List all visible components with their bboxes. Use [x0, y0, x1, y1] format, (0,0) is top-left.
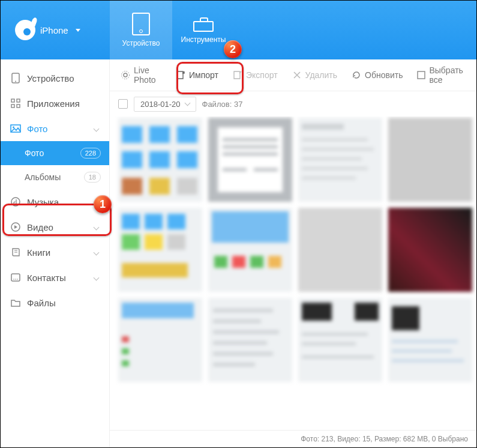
- toolbar: Live Photo Импорт Экспорт: [110, 59, 476, 91]
- sidebar-item-books[interactable]: Книги: [1, 240, 109, 265]
- app-header: iPhone Устройство Инструменты: [1, 1, 476, 59]
- svg-point-17: [122, 71, 130, 79]
- svg-point-8: [11, 198, 20, 206]
- main-content: Live Photo Импорт Экспорт: [110, 59, 476, 447]
- count-badge: 228: [80, 148, 101, 159]
- chevron-down-icon: [94, 274, 100, 280]
- svg-point-15: [17, 279, 18, 280]
- svg-point-14: [15, 279, 16, 280]
- device-label: iPhone: [40, 25, 68, 35]
- app-logo-icon: [15, 20, 35, 40]
- photo-thumbnail[interactable]: [118, 118, 202, 202]
- video-icon: [10, 222, 21, 232]
- delete-button[interactable]: Удалить: [285, 59, 344, 91]
- chevron-down-icon: [94, 249, 100, 255]
- sidebar-item-photos[interactable]: Фото: [1, 116, 109, 141]
- count-badge: 18: [84, 172, 101, 183]
- export-button[interactable]: Экспорт: [226, 59, 285, 91]
- photo-thumbnail[interactable]: [298, 208, 382, 292]
- tab-device-label: Устройство: [122, 39, 160, 47]
- live-photo-icon: [121, 70, 130, 80]
- photo-thumbnail[interactable]: [298, 298, 382, 382]
- import-icon: [176, 70, 185, 80]
- file-count-label: Файлов: 37: [202, 100, 243, 109]
- contacts-icon: [10, 272, 21, 283]
- import-button[interactable]: Импорт: [169, 59, 226, 91]
- book-icon: [10, 247, 21, 258]
- svg-point-16: [124, 73, 127, 77]
- tab-device[interactable]: Устройство: [110, 1, 172, 59]
- chevron-down-icon: [94, 224, 100, 230]
- select-all-button[interactable]: Выбрать все: [410, 59, 473, 91]
- sidebar-item-video[interactable]: Видео: [1, 214, 109, 240]
- photo-thumbnail[interactable]: [208, 208, 292, 292]
- svg-rect-12: [11, 274, 20, 281]
- photo-thumbnail[interactable]: [388, 118, 472, 202]
- chevron-down-icon: [184, 100, 190, 106]
- chevron-down-icon: [94, 126, 100, 132]
- sidebar-item-music[interactable]: Музыка: [1, 189, 109, 214]
- svg-rect-20: [418, 71, 425, 79]
- music-icon: [10, 196, 21, 207]
- sidebar-subitem-albums[interactable]: Альбомы 18: [1, 165, 109, 189]
- photo-thumbnail[interactable]: [298, 118, 382, 202]
- svg-rect-5: [17, 104, 20, 107]
- export-icon: [233, 70, 242, 80]
- photo-thumbnail[interactable]: [208, 118, 292, 202]
- svg-rect-4: [11, 104, 14, 107]
- live-photo-button[interactable]: Live Photo: [113, 59, 169, 91]
- device-switcher[interactable]: iPhone: [1, 1, 110, 59]
- chevron-down-icon: [94, 199, 100, 205]
- delete-icon: [292, 70, 302, 80]
- date-select[interactable]: 2018-01-20: [134, 97, 196, 112]
- photo-thumbnail[interactable]: [388, 208, 472, 292]
- device-icon: [10, 73, 21, 83]
- status-text: Фото: 213, Видео: 15, Размер: 682 MB, 0 …: [301, 435, 468, 443]
- sidebar-item-device[interactable]: Устройство: [1, 65, 109, 91]
- sidebar-item-files[interactable]: Файлы: [1, 290, 109, 315]
- status-bar: Фото: 213, Видео: 15, Размер: 682 MB, 0 …: [110, 430, 476, 447]
- photo-thumbnail[interactable]: [118, 298, 202, 382]
- tab-tools[interactable]: Инструменты: [172, 1, 235, 59]
- svg-point-7: [13, 127, 14, 129]
- photo-thumbnail[interactable]: [118, 208, 202, 292]
- filter-row: 2018-01-20 Файлов: 37: [110, 91, 476, 117]
- checkbox-icon: [417, 70, 425, 80]
- photo-thumbnail[interactable]: [208, 298, 292, 382]
- apps-icon: [10, 98, 21, 109]
- svg-rect-3: [17, 99, 20, 102]
- photo-grid: [110, 117, 476, 430]
- refresh-button[interactable]: Обновить: [344, 59, 410, 91]
- sidebar-subitem-photos[interactable]: Фото 228: [1, 141, 109, 165]
- sidebar-item-contacts[interactable]: Контакты: [1, 265, 109, 290]
- refresh-icon: [352, 70, 361, 80]
- photo-icon: [10, 123, 21, 134]
- svg-point-13: [13, 279, 14, 280]
- photo-thumbnail[interactable]: [388, 298, 472, 382]
- select-all-checkbox[interactable]: [118, 99, 128, 109]
- toolbox-icon: [193, 16, 214, 32]
- folder-icon: [10, 297, 21, 308]
- sidebar: Устройство Приложения Фото Фото 228 А: [1, 59, 110, 447]
- tablet-icon: [132, 13, 150, 35]
- sidebar-item-apps[interactable]: Приложения: [1, 91, 109, 116]
- svg-point-1: [15, 81, 16, 82]
- tab-tools-label: Инструменты: [181, 35, 226, 44]
- chevron-down-icon: [76, 29, 80, 32]
- svg-rect-2: [11, 99, 14, 102]
